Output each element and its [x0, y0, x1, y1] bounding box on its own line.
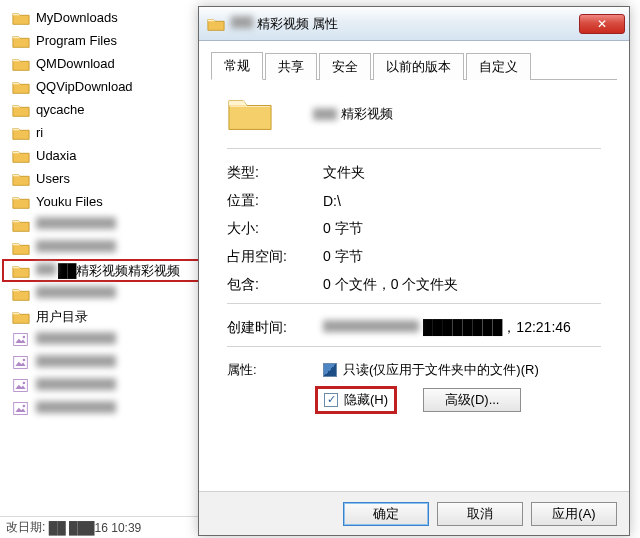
folder-row[interactable]: ri	[2, 121, 200, 144]
folder-icon	[12, 32, 30, 50]
svg-point-5	[23, 381, 26, 384]
label-size: 大小:	[227, 220, 323, 238]
folder-label	[36, 217, 116, 232]
folder-label: QQVipDownload	[36, 79, 133, 94]
folder-row[interactable]: MyDownloads	[2, 6, 200, 29]
label-created: 创建时间:	[227, 319, 323, 337]
tab-常规[interactable]: 常规	[211, 52, 263, 80]
folder-row[interactable]: qycache	[2, 98, 200, 121]
checkbox-readonly[interactable]	[323, 363, 337, 377]
folder-row[interactable]	[2, 213, 200, 236]
dialog-title: 精彩视频 属性	[231, 15, 579, 33]
folder-row-selected[interactable]: ██精彩视频精彩视频	[2, 259, 200, 282]
image-icon	[12, 400, 30, 418]
label-contains: 包含:	[227, 276, 323, 294]
label-type: 类型:	[227, 164, 323, 182]
folder-icon	[12, 216, 30, 234]
folder-label: ██精彩视频精彩视频	[36, 262, 180, 280]
folder-row[interactable]	[2, 374, 200, 397]
folder-icon	[12, 285, 30, 303]
tab-strip: 常规共享安全以前的版本自定义	[211, 51, 617, 80]
svg-rect-2	[14, 356, 28, 368]
label-location: 位置:	[227, 192, 323, 210]
value-type: 文件夹	[323, 164, 365, 182]
status-prefix: 改日期:	[6, 519, 45, 536]
folder-row[interactable]: Program Files	[2, 29, 200, 52]
folder-label: ri	[36, 125, 43, 140]
close-button[interactable]: ✕	[579, 14, 625, 34]
svg-rect-6	[14, 402, 28, 414]
folder-icon	[12, 262, 30, 280]
folder-icon	[12, 101, 30, 119]
folder-row[interactable]	[2, 282, 200, 305]
label-readonly: 只读(仅应用于文件夹中的文件)(R)	[343, 361, 539, 379]
svg-rect-0	[14, 333, 28, 345]
hidden-attribute-highlight: 隐藏(H)	[315, 386, 397, 414]
folder-row[interactable]: Udaxia	[2, 144, 200, 167]
tab-自定义[interactable]: 自定义	[466, 53, 531, 80]
folder-label	[36, 355, 116, 370]
properties-dialog: 精彩视频 属性 ✕ 常规共享安全以前的版本自定义 精彩视频 类型:文件夹 位置:…	[198, 6, 630, 536]
svg-point-3	[23, 358, 26, 361]
dialog-footer: 确定 取消 应用(A)	[199, 491, 629, 535]
label-size-on-disk: 占用空间:	[227, 248, 323, 266]
folder-icon	[12, 78, 30, 96]
tab-panel-general: 精彩视频 类型:文件夹 位置:D:\ 大小:0 字节 占用空间:0 字节 包含:…	[211, 80, 617, 423]
dialog-titlebar[interactable]: 精彩视频 属性 ✕	[199, 7, 629, 41]
folder-row[interactable]	[2, 236, 200, 259]
tab-以前的版本[interactable]: 以前的版本	[373, 53, 464, 80]
folder-row[interactable]: QMDownload	[2, 52, 200, 75]
folder-name-field[interactable]: 精彩视频	[307, 102, 601, 127]
svg-rect-4	[14, 379, 28, 391]
folder-icon	[12, 239, 30, 257]
folder-row[interactable]	[2, 351, 200, 374]
folder-icon	[12, 170, 30, 188]
advanced-button[interactable]: 高级(D)...	[423, 388, 521, 412]
status-bar: 改日期: ██ ███16 10:39	[0, 516, 200, 538]
folder-row[interactable]: 用户目录	[2, 305, 200, 328]
image-icon	[12, 331, 30, 349]
svg-point-7	[23, 404, 26, 407]
image-icon	[12, 377, 30, 395]
tab-共享[interactable]: 共享	[265, 53, 317, 80]
status-date: ██ ███16 10:39	[49, 521, 142, 535]
folder-label	[36, 378, 116, 393]
folder-icon	[12, 193, 30, 211]
folder-row[interactable]: Users	[2, 167, 200, 190]
folder-icon	[12, 9, 30, 27]
folder-icon	[12, 308, 30, 326]
folder-label: qycache	[36, 102, 84, 117]
image-icon	[12, 354, 30, 372]
cancel-button[interactable]: 取消	[437, 502, 523, 526]
folder-row[interactable]	[2, 397, 200, 420]
ok-button[interactable]: 确定	[343, 502, 429, 526]
folder-label	[36, 332, 116, 347]
apply-button[interactable]: 应用(A)	[531, 502, 617, 526]
folder-icon	[12, 55, 30, 73]
folder-icon	[12, 147, 30, 165]
folder-label: Udaxia	[36, 148, 76, 163]
folder-label	[36, 286, 116, 301]
dialog-body: 常规共享安全以前的版本自定义 精彩视频 类型:文件夹 位置:D:\ 大小:0 字…	[199, 41, 629, 491]
value-size: 0 字节	[323, 220, 363, 238]
folder-tree[interactable]: MyDownloadsProgram FilesQMDownloadQQVipD…	[0, 0, 200, 538]
folder-label: 用户目录	[36, 308, 88, 326]
folder-row[interactable]	[2, 328, 200, 351]
svg-point-1	[23, 335, 26, 338]
value-size-on-disk: 0 字节	[323, 248, 363, 266]
checkbox-hidden[interactable]	[324, 393, 338, 407]
folder-label: MyDownloads	[36, 10, 118, 25]
value-created: ████████，12:21:46	[323, 319, 571, 337]
label-attributes: 属性:	[227, 361, 323, 379]
folder-label	[36, 401, 116, 416]
folder-row[interactable]: Youku Files	[2, 190, 200, 213]
value-contains: 0 个文件，0 个文件夹	[323, 276, 458, 294]
folder-label: QMDownload	[36, 56, 115, 71]
folder-label: Youku Files	[36, 194, 103, 209]
folder-row[interactable]: QQVipDownload	[2, 75, 200, 98]
tab-安全[interactable]: 安全	[319, 53, 371, 80]
label-hidden: 隐藏(H)	[344, 391, 388, 409]
folder-icon	[12, 124, 30, 142]
folder-label	[36, 240, 116, 255]
folder-label: Program Files	[36, 33, 117, 48]
